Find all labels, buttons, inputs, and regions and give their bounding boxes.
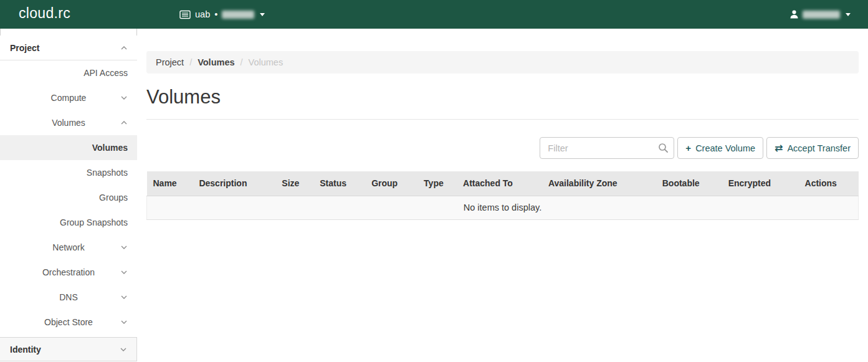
column-header-attached-to[interactable]: Attached To bbox=[457, 171, 542, 196]
sidebar-item-compute[interactable]: Compute bbox=[0, 85, 137, 110]
sidebar-item-orchestration[interactable]: Orchestration bbox=[0, 260, 137, 285]
column-header-encrypted[interactable]: Encrypted bbox=[722, 171, 799, 196]
caret-down-icon bbox=[260, 13, 265, 16]
main-content: Project / Volumes / Volumes Volumes + Cr… bbox=[137, 29, 868, 362]
sidebar-section-project[interactable]: Project bbox=[0, 36, 137, 60]
empty-table-row: No items to display. bbox=[147, 196, 859, 219]
column-header-availability-zone[interactable]: Availability Zone bbox=[542, 171, 656, 196]
column-header-status[interactable]: Status bbox=[313, 171, 365, 196]
filter-container bbox=[540, 137, 674, 159]
project-switcher[interactable]: uab • bbox=[179, 0, 265, 29]
table-header-row: Name Description Size Status Group Type … bbox=[147, 171, 859, 196]
sidebar-item-label: Volumes bbox=[52, 118, 85, 128]
chevron-down-icon bbox=[121, 96, 127, 100]
sidebar-section-identity[interactable]: Identity bbox=[0, 337, 137, 361]
sidebar-item-label: Groups bbox=[99, 193, 128, 202]
create-volume-button[interactable]: + Create Volume bbox=[677, 137, 763, 159]
volumes-table: Name Description Size Status Group Type … bbox=[146, 171, 859, 220]
create-volume-label: Create Volume bbox=[695, 143, 755, 153]
sidebar-item-groups[interactable]: Groups bbox=[0, 185, 137, 210]
sidebar-nav: Project API Access Compute Volumes Volum… bbox=[0, 29, 137, 362]
redacted-project-name bbox=[222, 11, 254, 19]
volumes-table-container: Name Description Size Status Group Type … bbox=[146, 171, 859, 220]
project-switcher-org: uab bbox=[195, 9, 210, 19]
page-title: Volumes bbox=[146, 87, 859, 108]
sidebar-item-object-store[interactable]: Object Store bbox=[0, 310, 137, 335]
sidebar-panel-edge bbox=[0, 29, 137, 36]
breadcrumb-current: Volumes bbox=[249, 57, 284, 67]
filter-input[interactable] bbox=[540, 137, 674, 159]
user-menu[interactable] bbox=[790, 0, 851, 29]
top-navbar: cloud.rc uab • bbox=[0, 0, 868, 29]
sidebar-item-label: Volumes bbox=[92, 143, 128, 153]
sidebar-item-volumes-active[interactable]: Volumes bbox=[0, 135, 137, 160]
sidebar-item-label: Orchestration bbox=[42, 267, 95, 277]
sidebar-section-label: Project bbox=[10, 43, 39, 53]
sidebar-item-network[interactable]: Network bbox=[0, 235, 137, 260]
sidebar-item-label: Object Store bbox=[44, 317, 93, 327]
chevron-down-icon bbox=[121, 295, 127, 299]
accept-transfer-button[interactable]: ⇄ Accept Transfer bbox=[766, 137, 859, 159]
title-divider bbox=[146, 119, 859, 120]
column-header-bootable[interactable]: Bootable bbox=[656, 171, 722, 196]
brand-logo[interactable]: cloud.rc bbox=[19, 5, 70, 22]
project-switcher-separator: • bbox=[214, 9, 217, 19]
plus-icon: + bbox=[685, 143, 691, 153]
column-header-actions: Actions bbox=[799, 171, 859, 196]
sidebar-item-volumes-group[interactable]: Volumes bbox=[0, 110, 137, 135]
sidebar-item-label: Network bbox=[52, 242, 84, 252]
breadcrumb: Project / Volumes / Volumes bbox=[146, 51, 859, 74]
chevron-down-icon bbox=[121, 320, 127, 324]
column-header-type[interactable]: Type bbox=[417, 171, 457, 196]
sidebar-item-label: Group Snapshots bbox=[60, 217, 128, 227]
column-header-group[interactable]: Group bbox=[365, 171, 417, 196]
user-icon bbox=[790, 10, 798, 19]
transfer-arrows-icon: ⇄ bbox=[775, 142, 783, 154]
sidebar-item-dns[interactable]: DNS bbox=[0, 285, 137, 310]
breadcrumb-separator: / bbox=[241, 57, 243, 67]
table-toolbar: + Create Volume ⇄ Accept Transfer bbox=[146, 137, 859, 159]
sidebar-item-label: Snapshots bbox=[87, 168, 128, 178]
chevron-up-icon bbox=[121, 121, 127, 125]
sidebar-item-label: Compute bbox=[51, 93, 87, 103]
breadcrumb-separator: / bbox=[189, 57, 192, 67]
redacted-username bbox=[803, 11, 840, 19]
breadcrumb-volumes[interactable]: Volumes bbox=[198, 57, 234, 67]
chevron-down-icon bbox=[121, 245, 127, 249]
column-header-name[interactable]: Name bbox=[147, 171, 193, 196]
accept-transfer-label: Accept Transfer bbox=[787, 143, 851, 153]
chevron-down-icon bbox=[120, 348, 126, 351]
breadcrumb-project[interactable]: Project bbox=[156, 57, 184, 67]
sidebar-item-label: DNS bbox=[59, 292, 78, 302]
sidebar-section-label: Identity bbox=[10, 345, 41, 355]
column-header-size[interactable]: Size bbox=[275, 171, 313, 196]
sidebar-item-label: API Access bbox=[83, 68, 128, 78]
column-header-description[interactable]: Description bbox=[193, 171, 275, 196]
search-icon[interactable] bbox=[658, 143, 669, 156]
sidebar-item-group-snapshots[interactable]: Group Snapshots bbox=[0, 210, 137, 235]
chevron-up-icon bbox=[121, 46, 127, 50]
sidebar-item-api-access[interactable]: API Access bbox=[0, 60, 137, 85]
empty-message: No items to display. bbox=[147, 196, 859, 219]
domain-list-icon bbox=[179, 10, 191, 19]
chevron-down-icon bbox=[121, 270, 127, 274]
sidebar-item-snapshots[interactable]: Snapshots bbox=[0, 160, 137, 185]
caret-down-icon bbox=[846, 13, 851, 16]
